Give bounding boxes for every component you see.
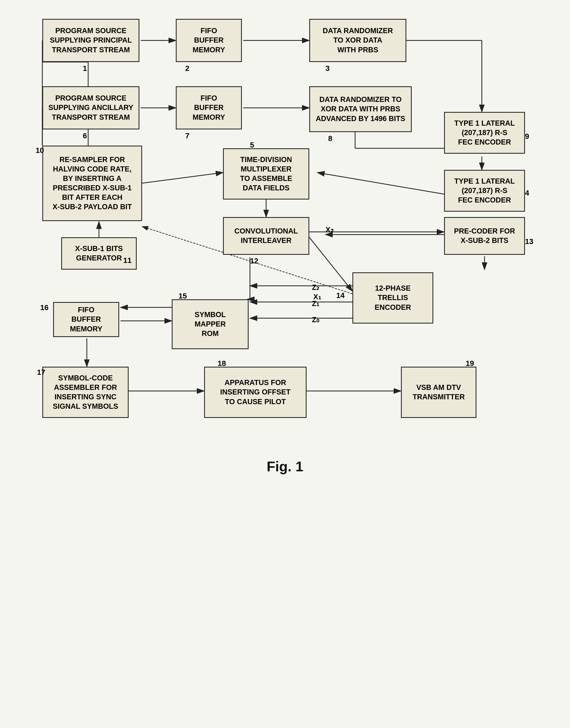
num-7: 7 — [185, 131, 190, 140]
block-15: SYMBOL MAPPER ROM — [172, 299, 249, 349]
block-17: SYMBOL-CODE ASSEMBLER FOR INSERTING SYNC… — [42, 367, 128, 418]
block-12: CONVOLUTIONAL INTERLEAVER — [223, 217, 309, 255]
x1-label: X₁ — [313, 293, 321, 301]
diagram-area: PROGRAM SOURCE SUPPLYING PRINCIPAL TRANS… — [29, 16, 541, 448]
block-2: FIFO BUFFER MEMORY — [176, 19, 242, 62]
block-14: 12-PHASE TRELLIS ENCODER — [352, 272, 433, 324]
num-18: 18 — [218, 359, 226, 368]
block-6-label: PROGRAM SOURCE SUPPLYING ANCILLARY TRANS… — [48, 93, 133, 122]
num-15: 15 — [179, 292, 187, 300]
block-6: PROGRAM SOURCE SUPPLYING ANCILLARY TRANS… — [42, 86, 139, 129]
block-11: X-SUB-1 BITS GENERATOR — [61, 237, 137, 270]
num-8: 8 — [328, 134, 332, 143]
num-11: 11 — [123, 256, 131, 265]
block-18: APPARATUS FOR INSERTING OFFSET TO CAUSE … — [204, 367, 307, 418]
block-19-label: VSB AM DTV TRANSMITTER — [412, 383, 465, 402]
block-14-label: 12-PHASE TRELLIS ENCODER — [374, 284, 411, 312]
block-7-label: FIFO BUFFER MEMORY — [193, 93, 225, 122]
num-16: 16 — [40, 303, 48, 312]
num-17: 17 — [37, 368, 45, 377]
num-6: 6 — [83, 131, 87, 140]
block-5: TIME-DIVISION MULTIPLEXER TO ASSEMBLE DA… — [223, 148, 309, 200]
block-16: FIFO BUFFER MEMORY — [53, 302, 119, 337]
num-5: 5 — [250, 141, 254, 149]
num-1: 1 — [83, 64, 87, 73]
block-3-label: DATA RANDOMIZER TO XOR DATA WITH PRBS — [323, 26, 393, 54]
x2-label: X₂ — [325, 225, 333, 234]
block-9: TYPE 1 LATERAL (207,187) R-S FEC ENCODER — [444, 112, 525, 154]
z2-label: Z₂ — [312, 283, 319, 292]
block-8-label: DATA RANDOMIZER TO XOR DATA WITH PRBS AD… — [316, 95, 405, 123]
svg-line-10 — [317, 172, 444, 194]
num-4: 4 — [525, 189, 529, 198]
block-16-label: FIFO BUFFER MEMORY — [70, 305, 102, 334]
num-2: 2 — [185, 64, 190, 73]
block-15-label: SYMBOL MAPPER ROM — [195, 310, 226, 338]
num-3: 3 — [325, 64, 330, 73]
num-9: 9 — [525, 132, 529, 141]
block-8: DATA RANDOMIZER TO XOR DATA WITH PRBS AD… — [309, 86, 412, 132]
block-1-label: PROGRAM SOURCE SUPPLYING PRINCIPAL TRANS… — [50, 26, 132, 54]
block-18-label: APPARATUS FOR INSERTING OFFSET TO CAUSE … — [220, 378, 290, 406]
block-5-label: TIME-DIVISION MULTIPLEXER TO ASSEMBLE DA… — [240, 155, 292, 193]
block-4-label: TYPE 1 LATERAL (207,187) R-S FEC ENCODER — [454, 176, 515, 205]
block-1: PROGRAM SOURCE SUPPLYING PRINCIPAL TRANS… — [42, 19, 139, 62]
block-19: VSB AM DTV TRANSMITTER — [401, 367, 477, 418]
block-9-label: TYPE 1 LATERAL (207,187) R-S FEC ENCODER — [454, 119, 515, 147]
block-2-label: FIFO BUFFER MEMORY — [193, 26, 225, 54]
num-19: 19 — [466, 359, 474, 368]
block-13-label: PRE-CODER FOR X-SUB-2 BITS — [454, 227, 515, 245]
num-10: 10 — [36, 146, 44, 155]
block-12-label: CONVOLUTIONAL INTERLEAVER — [234, 227, 298, 245]
num-12: 12 — [250, 257, 258, 265]
z0-label: Z₀ — [312, 316, 319, 324]
block-10: RE-SAMPLER FOR HALVING CODE RATE, BY INS… — [42, 145, 142, 221]
block-7: FIFO BUFFER MEMORY — [176, 86, 242, 129]
block-3: DATA RANDOMIZER TO XOR DATA WITH PRBS — [309, 19, 406, 62]
num-14: 14 — [336, 291, 345, 300]
block-10-label: RE-SAMPLER FOR HALVING CODE RATE, BY INS… — [53, 155, 132, 212]
block-11-label: X-SUB-1 BITS GENERATOR — [75, 244, 123, 263]
figure-caption: Fig. 1 — [267, 458, 303, 474]
svg-line-22 — [141, 172, 223, 184]
block-4: TYPE 1 LATERAL (207,187) R-S FEC ENCODER — [444, 170, 525, 212]
block-13: PRE-CODER FOR X-SUB-2 BITS — [444, 217, 525, 255]
num-13: 13 — [525, 237, 533, 246]
block-17-label: SYMBOL-CODE ASSEMBLER FOR INSERTING SYNC… — [53, 373, 118, 411]
